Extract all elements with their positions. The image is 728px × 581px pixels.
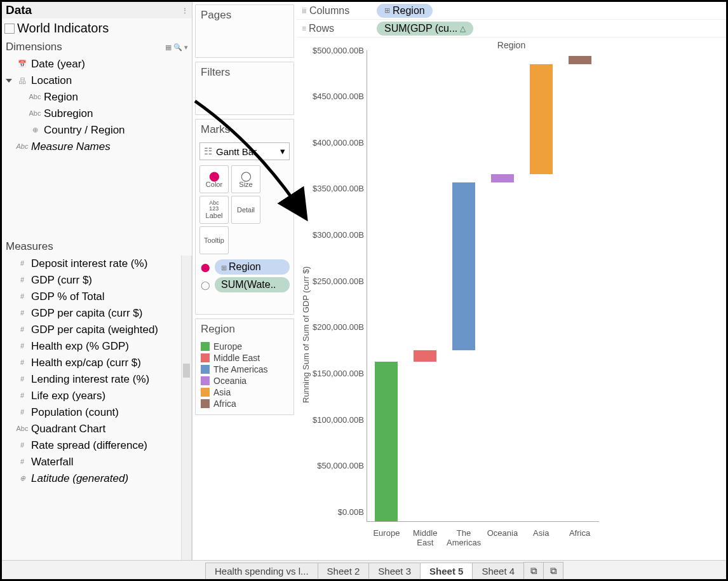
data-header-title: Data — [6, 3, 32, 17]
dim-location[interactable]: 品Location — [2, 72, 192, 89]
number-icon: # — [16, 458, 29, 465]
x-tick: MiddleEast — [406, 529, 445, 548]
y-tick: $100,000.00B — [307, 414, 364, 424]
rows-pill-gdp[interactable]: SUM(GDP (cu...△ — [377, 22, 473, 36]
marks-size-button[interactable]: ◯Size — [231, 165, 260, 193]
sheet-tab[interactable]: Sheet 3 — [368, 563, 421, 579]
number-icon: # — [16, 325, 29, 333]
legend-swatch — [201, 399, 210, 408]
color-legend: Region EuropeMiddle EastThe AmericasOcea… — [195, 318, 294, 415]
measure-item[interactable]: #Health exp (% GDP) — [2, 338, 191, 355]
measure-item[interactable]: #GDP per capita (weighted) — [2, 322, 191, 338]
legend-item[interactable]: Asia — [201, 386, 288, 398]
number-icon: # — [16, 292, 29, 300]
pages-shelf[interactable]: Pages — [195, 4, 294, 58]
marks-label: Marks — [196, 120, 293, 140]
sheet-tab[interactable]: Health spending vs l... — [205, 563, 318, 579]
scrollbar-thumb[interactable] — [183, 364, 190, 378]
columns-shelf[interactable]: ⅲColumns ⊞Region — [297, 2, 726, 20]
view-area: ⅲColumns ⊞Region ≡Rows SUM(GDP (cu...△ R… — [297, 2, 726, 560]
legend-swatch — [201, 388, 210, 397]
marks-detail-button[interactable]: Detail — [231, 196, 260, 224]
mark-type-select[interactable]: ☷Gantt Bar ▾ — [199, 142, 290, 160]
marks-label-button[interactable]: Abc123Label — [199, 196, 229, 224]
chart-canvas[interactable]: Region Running Sum of Sum of GDP (curr $… — [297, 38, 726, 560]
marks-pill-region[interactable]: ⊞ Region — [215, 259, 290, 275]
pages-label: Pages — [196, 5, 293, 25]
measure-item[interactable]: #Life exp (years) — [2, 388, 191, 404]
x-tick: Africa — [560, 529, 599, 548]
abc-icon: Abc — [16, 142, 29, 150]
dimensions-list: 📅Date (year) 品Location AbcRegion AbcSubr… — [2, 56, 192, 155]
number-icon: # — [16, 342, 29, 350]
bar-oceania[interactable] — [491, 174, 514, 182]
datasource-name[interactable]: World Indicators — [2, 18, 192, 38]
measure-item[interactable]: #GDP per capita (curr $) — [2, 305, 191, 322]
dim-region[interactable]: AbcRegion — [2, 89, 192, 106]
abc-icon: Abc — [29, 109, 41, 117]
bar-the-americas[interactable] — [452, 182, 475, 350]
hierarchy-icon: 品 — [16, 76, 29, 86]
dimensions-tools-icon[interactable]: ▦ 🔍 ▾ — [165, 43, 188, 51]
data-panel: Data ⋮ World Indicators Dimensions ▦ 🔍 ▾… — [2, 2, 192, 560]
sheet-tab[interactable]: Sheet 5 — [420, 563, 473, 579]
marks-tooltip-button[interactable]: Tooltip — [199, 226, 229, 254]
shelves-panel: Pages Filters Marks ☷Gantt Bar ▾ ⬤Color … — [192, 2, 297, 560]
scrollbar[interactable] — [181, 256, 191, 560]
calendar-icon: 📅 — [16, 60, 29, 68]
number-icon: # — [16, 259, 29, 267]
legend-item[interactable]: Oceania — [201, 375, 288, 386]
bar-africa[interactable] — [569, 56, 591, 64]
bar-asia[interactable] — [530, 64, 553, 174]
y-tick: $250,000.00B — [307, 276, 364, 285]
measure-item[interactable]: #Lending interest rate (%) — [2, 371, 191, 388]
sheet-tab[interactable]: Sheet 4 — [472, 563, 524, 579]
y-tick: $150,000.00B — [307, 369, 364, 378]
plot-area: EuropeMiddleEastTheAmericasOceaniaAsiaAf… — [367, 50, 599, 522]
legend-item[interactable]: The Americas — [201, 364, 288, 375]
y-tick: $450,000.00B — [307, 92, 364, 101]
expand-icon[interactable] — [6, 79, 12, 86]
dim-measure-names[interactable]: AbcMeasure Names — [2, 139, 192, 155]
filters-label: Filters — [196, 62, 293, 83]
rows-shelf[interactable]: ≡Rows SUM(GDP (cu...△ — [297, 20, 726, 38]
measures-list: #Deposit interest rate (%)#GDP (curr $)#… — [2, 256, 191, 487]
new-sheet-button[interactable]: ⧉ — [523, 562, 544, 579]
columns-pill-region[interactable]: ⊞Region — [377, 4, 433, 18]
y-tick: $350,000.00B — [307, 184, 364, 193]
dim-subregion[interactable]: AbcSubregion — [2, 106, 192, 122]
bar-europe[interactable] — [375, 362, 398, 521]
data-header-menu-icon[interactable]: ⋮ — [182, 7, 188, 14]
y-tick: $0.00B — [307, 507, 364, 517]
measure-item[interactable]: #Population (count) — [2, 404, 191, 421]
y-tick: $50,000.00B — [307, 461, 364, 470]
dim-country[interactable]: ⊕Country / Region — [2, 122, 192, 139]
measure-item[interactable]: #Deposit interest rate (%) — [2, 256, 191, 272]
measure-item[interactable]: #Waterfall — [2, 454, 191, 470]
globe-icon: ⊕ — [29, 126, 41, 134]
sheet-tab[interactable]: Sheet 2 — [318, 563, 370, 579]
dim-date[interactable]: 📅Date (year) — [2, 56, 192, 72]
number-icon: # — [16, 408, 29, 416]
measure-item[interactable]: ⊕Latitude (generated) — [2, 470, 191, 487]
legend-item[interactable]: Middle East — [201, 352, 288, 364]
dimensions-section: Dimensions ▦ 🔍 ▾ — [2, 38, 192, 56]
number-icon: # — [16, 359, 29, 366]
measure-item[interactable]: #GDP (curr $) — [2, 272, 191, 289]
measures-label: Measures — [6, 240, 53, 253]
measure-item[interactable]: AbcQuadrant Chart — [2, 421, 191, 437]
measure-item[interactable]: #Health exp/cap (curr $) — [2, 355, 191, 371]
measure-item[interactable]: #Rate spread (difference) — [2, 437, 191, 454]
bar-middle-east[interactable] — [414, 350, 436, 361]
marks-pill-sum[interactable]: SUM(Wate.. — [215, 277, 290, 292]
marks-color-button[interactable]: ⬤Color — [199, 165, 229, 193]
new-sheet-button[interactable]: ⧉ — [543, 562, 563, 579]
y-tick: $500,000.00B — [307, 45, 364, 55]
measure-item[interactable]: #GDP % of Total — [2, 289, 191, 305]
number-icon: Abc — [16, 425, 29, 432]
y-tick: $400,000.00B — [307, 137, 364, 147]
legend-item[interactable]: Europe — [201, 341, 288, 352]
legend-item[interactable]: Africa — [201, 398, 288, 409]
label-icon: Abc123 — [209, 200, 219, 212]
filters-shelf[interactable]: Filters — [195, 62, 294, 115]
